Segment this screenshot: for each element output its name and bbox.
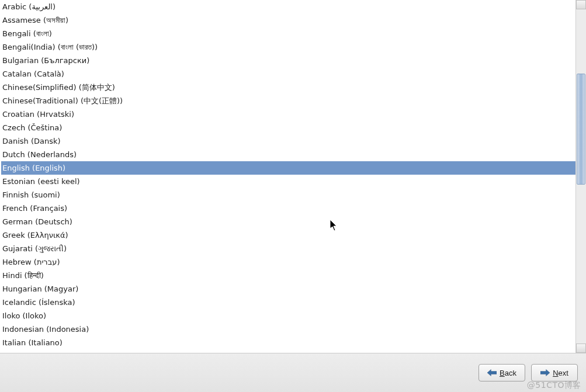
list-item[interactable]: Greek (Ελληνικά) (1, 228, 575, 242)
list-item[interactable]: Arabic (العربية) (1, 0, 575, 13)
list-item[interactable]: Estonian (eesti keel) (1, 175, 575, 188)
list-item[interactable]: Czech (Čeština) (1, 121, 575, 134)
list-item[interactable]: Catalan (Català) (1, 67, 575, 81)
back-button[interactable]: Back (478, 364, 525, 381)
list-item[interactable]: Chinese(Simplified) (简体中文) (1, 81, 575, 94)
list-item[interactable]: Croatian (Hrvatski) (1, 107, 575, 121)
list-item[interactable]: Italian (Italiano) (1, 336, 575, 349)
arrow-left-icon (487, 369, 497, 376)
scrollbar-vertical[interactable] (575, 0, 586, 353)
list-item[interactable]: English (English) (1, 161, 575, 175)
list-item[interactable]: Dutch (Nederlands) (1, 148, 575, 161)
list-item[interactable]: Hindi (हिन्दी) (1, 269, 575, 282)
list-item[interactable]: German (Deutsch) (1, 215, 575, 228)
list-item[interactable]: Danish (Dansk) (1, 134, 575, 148)
language-list-container: Arabic (العربية)Assamese (অসমীয়া)Bengal… (0, 0, 575, 353)
list-item[interactable]: Assamese (অসমীয়া) (1, 13, 575, 27)
list-item[interactable]: Iloko (Iloko) (1, 309, 575, 322)
bottom-bar: Back Next (0, 353, 586, 392)
list-item[interactable]: French (Français) (1, 202, 575, 215)
scroll-down-button[interactable] (576, 344, 586, 353)
back-button-label: Back (500, 369, 516, 377)
list-item[interactable]: Icelandic (Íslenska) (1, 296, 575, 309)
next-button[interactable]: Next (531, 364, 578, 381)
list-item[interactable]: Indonesian (Indonesia) (1, 322, 575, 336)
scroll-track[interactable] (576, 9, 586, 344)
list-item[interactable]: Chinese(Traditional) (中文(正體)) (1, 94, 575, 107)
scroll-thumb[interactable] (577, 74, 585, 185)
list-item[interactable]: Hungarian (Magyar) (1, 282, 575, 296)
next-button-label: Next (553, 369, 568, 377)
scroll-up-button[interactable] (576, 0, 586, 9)
list-item[interactable]: Bulgarian (Български) (1, 54, 575, 67)
list-item[interactable]: Bengali(India) (বাংলা (ভারত)) (1, 40, 575, 54)
list-item[interactable]: Gujarati (ગુજરાતી) (1, 242, 575, 255)
main-area: Arabic (العربية)Assamese (অসমীয়া)Bengal… (0, 0, 586, 353)
language-list[interactable]: Arabic (العربية)Assamese (অসমীয়া)Bengal… (0, 0, 575, 349)
list-item[interactable]: Hebrew (עברית) (1, 255, 575, 269)
arrow-right-icon (540, 369, 550, 376)
list-item[interactable]: Bengali (বাংলা) (1, 27, 575, 40)
list-item[interactable]: Finnish (suomi) (1, 188, 575, 202)
